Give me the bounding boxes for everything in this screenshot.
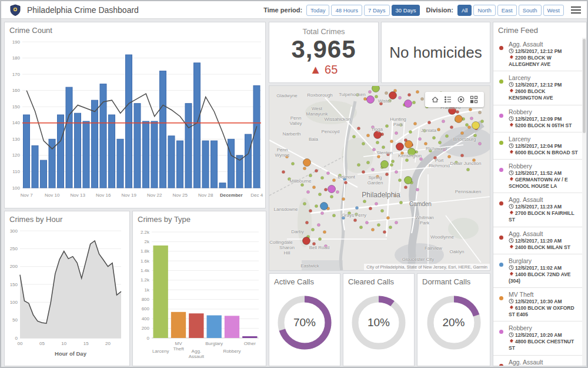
feed-type: Agg. Assault	[509, 359, 580, 366]
svg-text:10: 10	[61, 341, 66, 346]
crime-count-bar	[160, 71, 166, 188]
feed-item[interactable]: Robbery12/5/2017, 11:52 AMGERMANTOWN AV …	[493, 160, 582, 193]
feed-type-dot	[499, 79, 503, 84]
svg-text:Robbery: Robbery	[223, 349, 240, 354]
clock-icon	[509, 48, 514, 54]
map-canvas[interactable]: GladwyneRoxboroughTulpehockenWisterFrank…	[269, 86, 490, 270]
feed-address: 6000 BLOCK N BROAD ST	[509, 150, 580, 156]
layers-icon[interactable]	[455, 94, 467, 105]
feed-address: 2600 BLOCK KENSINGTON AVE	[509, 88, 580, 101]
map-place-label: Wister	[378, 98, 392, 104]
clock-icon	[509, 116, 514, 121]
feed-item[interactable]: Agg. Assault12/5/2017, 11:20 AM2400 BLOC…	[493, 227, 582, 254]
svg-text:50: 50	[12, 317, 18, 323]
active-calls-title: Active Calls	[269, 274, 340, 287]
feed-item[interactable]: Agg. Assault12/5/2017, 11:23 AM2700 BLOC…	[493, 193, 582, 227]
feed-time: 12/5/2017, 12:12 PM	[509, 82, 580, 88]
division-button-all[interactable]: All	[457, 5, 472, 16]
feed-type: Agg. Assault	[509, 41, 580, 48]
feed-item[interactable]: MV Theft12/5/2017, 10:30 AM6100 BLOCK W …	[493, 288, 582, 321]
legend-icon[interactable]	[442, 94, 455, 105]
feed-time: 12/5/2017, 12:04 PM	[509, 143, 580, 150]
feed-item[interactable]: Robbery12/5/2017, 10:20 AM4800 BLOCK CHE…	[493, 321, 582, 355]
feed-item[interactable]: Larceny12/5/2017, 12:12 PM2600 BLOCK KEN…	[493, 71, 582, 105]
time-period-button-today[interactable]: Today	[306, 5, 329, 16]
total-crimes-label: Total Crimes	[269, 27, 378, 36]
feed-item[interactable]: Burglary12/5/2017, 11:02 AM1400 BLOCK 72…	[493, 254, 582, 288]
svg-text:1.4k: 1.4k	[141, 268, 150, 273]
svg-text:180: 180	[12, 55, 21, 61]
clock-icon	[509, 265, 514, 270]
feed-time: 12/5/2017, 11:52 AM	[509, 170, 580, 177]
time-period-button-30-days[interactable]: 30 Days	[392, 5, 420, 16]
dormant-calls-title: Dormant Calls	[417, 274, 490, 287]
cleared-calls-panel: Cleared Calls 10%	[343, 273, 415, 366]
crime-count-bar	[92, 100, 98, 188]
feed-scrollbar[interactable]	[582, 38, 586, 366]
cleared-calls-title: Cleared Calls	[343, 274, 414, 287]
map-place-label: Park	[420, 220, 429, 226]
time-period-button-48-hours[interactable]: 48 Hours	[331, 5, 362, 16]
feed-type-dot	[499, 263, 503, 267]
svg-text:Nov 28: Nov 28	[198, 193, 213, 198]
clock-icon	[509, 170, 514, 175]
feed-item[interactable]: Agg. Assault12/5/2017, 12:12 PM2200 BLOC…	[493, 38, 582, 71]
feed-address: 6100 BLOCK W OXFORD ST E405	[509, 305, 580, 318]
crime-count-bar	[58, 115, 64, 188]
feed-item[interactable]: Robbery12/5/2017, 12:09 PM5200 BLOCK N 0…	[493, 105, 582, 132]
header-controls: Time period: Today48 Hours7 Days30 Days …	[258, 4, 581, 16]
crime-count-bar	[194, 63, 201, 188]
map-panel[interactable]: GladwyneRoxboroughTulpehockenWisterFrank…	[269, 85, 490, 271]
home-icon[interactable]	[429, 94, 442, 105]
svg-text:0: 0	[15, 336, 18, 341]
map-place-label: Oaklyn	[450, 249, 465, 254]
feed-item[interactable]: Agg. Assault12/5/2017, 10:19 AM5500 BLOC…	[493, 356, 582, 366]
map-place-label: Port	[435, 158, 444, 163]
division-button-north[interactable]: North	[473, 5, 495, 16]
crime-count-bar	[41, 160, 47, 188]
crimes-by-type-panel: Crimes by Type 02004006008001k1.2k1.4k1.…	[132, 211, 266, 366]
svg-text:Nov 25: Nov 25	[173, 193, 188, 198]
feed-address: 2400 BLOCK MILAN ST	[509, 244, 580, 251]
feed-type-dot	[499, 168, 503, 172]
map-place-label: Bridesburg	[453, 137, 476, 142]
crime-count-bar	[24, 115, 30, 188]
feed-time: 12/5/2017, 12:09 PM	[509, 116, 580, 122]
division-button-south[interactable]: South	[519, 5, 542, 16]
basemap-gallery-icon[interactable]	[467, 94, 480, 105]
time-period-label: Time period:	[263, 6, 302, 14]
svg-text:20: 20	[105, 341, 111, 346]
svg-text:Assault: Assault	[189, 354, 205, 359]
division-button-west[interactable]: West	[543, 5, 564, 16]
clock-icon	[509, 332, 514, 337]
feed-type-dot	[499, 114, 503, 118]
crime-count-bar	[117, 139, 123, 188]
menu-icon[interactable]	[571, 5, 581, 15]
crime-type-bar	[225, 316, 239, 338]
map-place-label: Gladwyne	[276, 93, 298, 98]
crime-type-bar	[207, 316, 222, 338]
feed-item[interactable]: Larceny12/5/2017, 12:04 PM6000 BLOCK N B…	[493, 132, 582, 160]
map-place-label: Sharon	[279, 245, 295, 250]
map-place-label: Woodlynne	[430, 234, 454, 240]
map-place-label: Stenton	[376, 150, 393, 155]
crime-count-bar	[228, 139, 235, 188]
pushpin-icon	[509, 210, 514, 216]
time-period-button-7-days[interactable]: 7 Days	[364, 5, 390, 16]
svg-text:200: 200	[142, 326, 150, 331]
feed-type: Robbery	[509, 163, 580, 170]
crimes-by-hour-title: Crimes by Hour	[5, 211, 129, 225]
map-place-label: Richmond	[429, 163, 450, 168]
feed-scrollbar-thumb[interactable]	[583, 39, 586, 133]
division-label: Division:	[426, 6, 453, 14]
crime-count-panel: Crime Count 1001101201301401501601701801…	[4, 22, 266, 208]
crime-type-bar	[171, 312, 186, 338]
map-place-label: Wynne	[275, 152, 290, 158]
pushpin-icon	[509, 177, 514, 182]
feed-type-dot	[499, 201, 503, 205]
dormant-calls-panel: Dormant Calls 20%	[417, 273, 490, 366]
total-crimes-value: 3,965	[269, 36, 378, 63]
crime-count-bar	[211, 141, 218, 188]
feed-address: GERMANTOWN AV / E SCHOOL HOUSE LA	[509, 177, 580, 190]
division-button-east[interactable]: East	[497, 5, 517, 16]
